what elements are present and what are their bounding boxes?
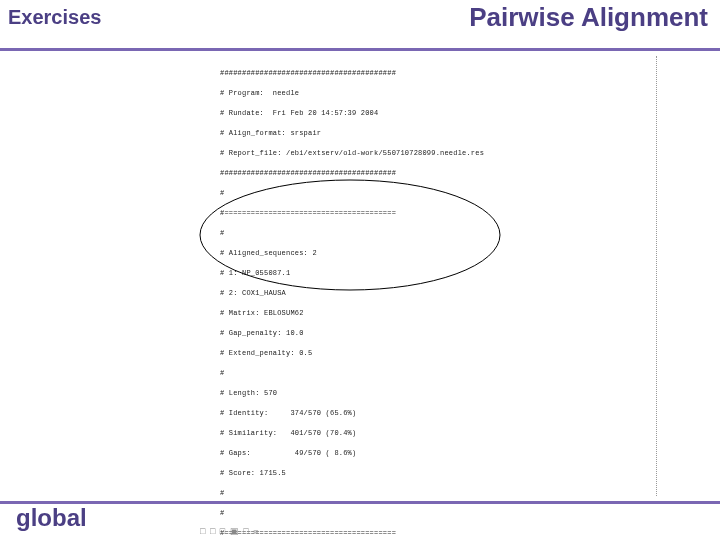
report-file-line: # Report_file: /ebi/extserv/old-work/550… — [220, 148, 660, 158]
score-line: # Score: 1715.5 — [220, 468, 660, 478]
program-line: # Program: needle — [220, 88, 660, 98]
hash-line: ######################################## — [220, 168, 660, 178]
blank-line: # — [220, 228, 660, 238]
seq2-line: # 2: COX1_HAUSA — [220, 288, 660, 298]
blank-line: # — [220, 488, 660, 498]
aligned-line: # Aligned_sequences: 2 — [220, 248, 660, 258]
blank-line: # — [220, 368, 660, 378]
extend-line: # Extend_penalty: 0.5 — [220, 348, 660, 358]
page-divider — [656, 56, 657, 496]
length-line: # Length: 570 — [220, 388, 660, 398]
slide-pager: □ □ □ ▣ □ = — [200, 526, 260, 536]
eq-line: #======================================= — [220, 528, 660, 538]
eq-line: #======================================= — [220, 208, 660, 218]
page-title: Pairwise Alignment — [469, 2, 708, 33]
global-label: global — [16, 504, 87, 532]
matrix-line: # Matrix: EBLOSUM62 — [220, 308, 660, 318]
seq1-line: # 1: NP_055087.1 — [220, 268, 660, 278]
exercises-label: Exercises — [8, 6, 101, 29]
hash-line: ######################################## — [220, 68, 660, 78]
blank-line: # — [220, 508, 660, 518]
footer-divider — [0, 501, 720, 504]
similarity-line: # Similarity: 401/570 (70.4%) — [220, 428, 660, 438]
alignment-report: ########################################… — [220, 58, 660, 498]
gap-line: # Gap_penalty: 10.0 — [220, 328, 660, 338]
rundate-line: # Rundate: Fri Feb 20 14:57:39 2004 — [220, 108, 660, 118]
blank-line: # — [220, 188, 660, 198]
identity-line: # Identity: 374/570 (65.6%) — [220, 408, 660, 418]
format-line: # Align_format: srspair — [220, 128, 660, 138]
gaps-line: # Gaps: 49/570 ( 8.6%) — [220, 448, 660, 458]
